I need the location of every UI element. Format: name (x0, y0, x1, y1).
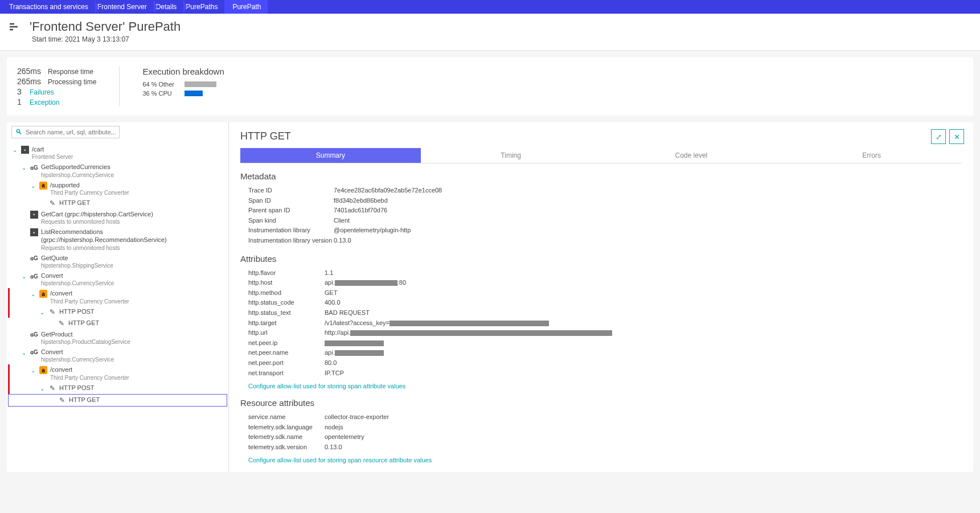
info-value: 1.1 (325, 269, 333, 276)
breadcrumb-item[interactable]: PurePath (224, 0, 268, 14)
page-header: 'Frontend Server' PurePath Start time: 2… (0, 14, 980, 51)
info-row: Trace ID7e4cee282ac6bfa09e2ab5e72e1cce08 (248, 186, 962, 196)
processing-time-label: Processing time (48, 78, 96, 86)
chevron-down-icon[interactable]: ⌄ (30, 291, 36, 297)
info-key: http.host (248, 278, 325, 288)
exec-breakdown-title: Execution breakdown (142, 67, 224, 76)
summary-metrics: 265msResponse time 265msProcessing time … (17, 67, 120, 106)
redacted-value (350, 330, 612, 336)
tree-node[interactable]: ⌄a/convertThird Party Currency Converter (8, 364, 227, 382)
tree-node[interactable]: ⌄✎HTTP POST (8, 306, 227, 318)
main-area: 🔍︎ ⌄▪/cartFrontend Server⌄ɢGGetSupported… (7, 122, 973, 472)
tree-node[interactable]: ⌄✎HTTP GET (8, 394, 227, 407)
tree-node[interactable]: ⌄ɢGGetQuotehipstershop.ShippingService (8, 253, 227, 270)
exceptions-link[interactable]: Exception (30, 99, 60, 106)
chevron-down-icon[interactable]: ⌄ (30, 367, 36, 374)
tree-node[interactable]: ⌄ɢGConverthipstershop.CurrencyService (8, 347, 227, 364)
amazon-icon: a (39, 182, 47, 190)
tree-node[interactable]: ⌄✎HTTP GET (8, 198, 227, 209)
service-icon: ▪ (30, 228, 38, 236)
search-input[interactable] (26, 129, 116, 136)
node-subtitle: hipstershop.CurrencyService (41, 356, 114, 363)
search-input-wrap[interactable]: 🔍︎ (11, 126, 120, 138)
exec-other-bar (184, 81, 216, 87)
info-row: Instrumentation library version0.13.0 (248, 236, 962, 246)
chevron-down-icon[interactable]: ⌄ (20, 350, 27, 356)
info-value: 7e4cee282ac6bfa09e2ab5e72e1cce08 (334, 187, 442, 194)
info-row: http.methodGET (248, 288, 962, 298)
info-key: http.status_text (248, 308, 325, 318)
service-icon: ▪ (21, 146, 29, 154)
tab-code-level[interactable]: Code level (601, 148, 782, 163)
tree-node[interactable]: ⌄ɢGGetProducthipstershop.ProductCatalogS… (8, 329, 227, 347)
expand-button[interactable]: ⤢ (931, 129, 946, 144)
failures-link[interactable]: Failures (30, 88, 54, 96)
info-row: net.peer.port80.0 (248, 358, 962, 368)
node-subtitle: hipstershop.ShippingService (41, 262, 113, 269)
attributes-config-link[interactable]: Configure allow-list used for storing sp… (248, 383, 405, 389)
node-title: /convert (50, 289, 129, 297)
tree-node[interactable]: ⌄a/supportedThird Party Currency Convert… (8, 180, 227, 198)
tree-node[interactable]: ⌄a/convertThird Party Currency Converter (8, 288, 227, 306)
error-indicator (8, 306, 10, 318)
breadcrumb-item[interactable]: Transactions and services (7, 0, 95, 14)
metadata-rows: Trace ID7e4cee282ac6bfa09e2ab5e72e1cce08… (240, 186, 962, 246)
grpc-icon: ɢG (30, 349, 38, 355)
info-row: http.hostapi.:80 (248, 278, 962, 288)
info-value: Client (334, 217, 350, 224)
detail-panel: ⤢ ✕ HTTP GET SummaryTimingCode levelErro… (229, 122, 973, 472)
info-key: http.url (248, 328, 325, 338)
tree-node[interactable]: ⌄✎HTTP GET (8, 318, 227, 329)
page-title: 'Frontend Server' PurePath (30, 19, 181, 34)
grpc-icon: ɢG (30, 255, 38, 261)
info-row: http.status_textBAD REQUEST (248, 308, 962, 318)
info-key: Span kind (248, 216, 334, 226)
tree-node[interactable]: ⌄ɢGGetSupportedCurrencieshipstershop.Cur… (8, 162, 227, 179)
node-title: GetProduct (41, 330, 130, 338)
info-row: telemetry.sdk.languagenodejs (248, 422, 962, 433)
close-button[interactable]: ✕ (949, 129, 964, 144)
detail-tabs: SummaryTimingCode levelErrors (240, 148, 962, 163)
tree-node[interactable]: ⌄✎HTTP POST (8, 383, 227, 394)
attributes-title: Attributes (240, 254, 962, 264)
info-key: net.peer.name (248, 348, 325, 358)
redacted-value (389, 321, 549, 326)
chevron-down-icon[interactable]: ⌄ (11, 147, 18, 153)
node-subtitle: Requests to unmonitored hosts (41, 218, 153, 225)
tree-node[interactable]: ⌄▪/cartFrontend Server (8, 144, 227, 162)
chevron-down-icon[interactable]: ⌄ (20, 165, 27, 171)
tab-summary[interactable]: Summary (240, 148, 421, 163)
breadcrumb-item[interactable]: Details (154, 0, 184, 14)
info-value: 7401adc61bf70d76 (334, 207, 387, 214)
chevron-down-icon[interactable]: ⌄ (39, 385, 46, 392)
tab-errors[interactable]: Errors (781, 148, 962, 163)
detail-title: HTTP GET (240, 130, 962, 142)
info-row: Span IDf8d34b2ebd86bebd (248, 196, 962, 206)
chevron-down-icon[interactable]: ⌄ (30, 183, 36, 189)
purepath-icon (9, 22, 23, 32)
info-key: Instrumentation library version (248, 236, 334, 246)
tree-node[interactable]: ⌄▪GetCart (grpc://hipstershop.CartServic… (8, 209, 227, 227)
info-key: Span ID (248, 196, 334, 206)
info-row: net.peer.nameapi. (248, 348, 962, 358)
tree-node[interactable]: ⌄ɢGConverthipstershop.CurrencyService (8, 270, 227, 288)
info-row: http.flavor1.1 (248, 268, 962, 278)
redacted-value (335, 280, 397, 286)
node-title: GetSupportedCurrencies (41, 163, 114, 171)
node-title: HTTP GET (68, 319, 99, 327)
wand-icon: ✎ (50, 384, 55, 392)
tree-node[interactable]: ⌄▪ListRecommendations (grpc://hipstersho… (8, 227, 227, 253)
tab-timing[interactable]: Timing (421, 148, 601, 163)
grpc-icon: ɢG (30, 165, 38, 171)
breadcrumb-item[interactable]: Frontend Server (95, 0, 154, 14)
chevron-down-icon[interactable]: ⌄ (20, 273, 27, 280)
info-value: /v1/latest?access_key= (325, 319, 389, 326)
breadcrumb-item[interactable]: PurePaths (183, 0, 224, 14)
info-row: telemetry.sdk.version0.13.0 (248, 442, 962, 453)
resource-config-link[interactable]: Configure allow-list used for storing sp… (248, 457, 432, 463)
chevron-down-icon[interactable]: ⌄ (39, 309, 46, 315)
info-value: IP.TCP (325, 370, 344, 376)
info-row: service.namecollector-trace-exporter (248, 412, 962, 422)
wand-icon: ✎ (50, 308, 55, 316)
info-key: Trace ID (248, 186, 334, 196)
